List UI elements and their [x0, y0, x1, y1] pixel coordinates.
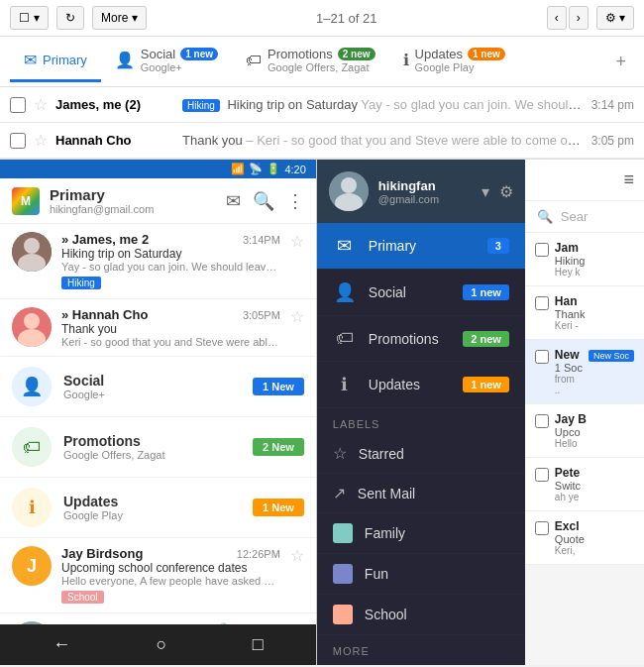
android-nav-bar: ← ○ □: [0, 624, 316, 665]
preview-content: New 1 Soc from ..: [555, 348, 583, 395]
navigation-drawer: hikingfan @gmail.com ▾ ⚙ ✉ Primary 3 👤 S…: [317, 160, 525, 665]
avatar: [12, 232, 52, 272]
social-category-icon: 👤: [12, 367, 52, 406]
phones-area: 📶 📡 🔋 4:20 M Primary hikingfan@gmail.com…: [0, 160, 644, 665]
drawer-label-starred[interactable]: ☆ Starred: [317, 434, 525, 474]
list-item[interactable]: ℹ Updates Google Play 1 New: [0, 478, 316, 538]
updates-sub: Google Play: [415, 61, 505, 73]
hamburger-menu-button[interactable]: ≡: [623, 169, 634, 190]
list-item[interactable]: Excl Quote Keri,: [525, 511, 644, 565]
label-color-dot: [333, 605, 353, 624]
list-item[interactable]: Pete Switc ah ye: [525, 458, 644, 511]
search-icon: 🔍: [537, 209, 553, 224]
star-icon[interactable]: ☆: [290, 307, 304, 326]
category-label: Updates Google Play: [63, 494, 241, 521]
list-item[interactable]: Han Thank Keri -: [525, 286, 644, 340]
email-content: » Hannah Cho 3:05PM Thank you Keri - so …: [61, 307, 280, 348]
list-item[interactable]: 🏷 Promotions Google Offers, Zagat 2 New: [0, 417, 316, 478]
back-button[interactable]: ←: [53, 634, 70, 655]
drawer-label-sent[interactable]: ↗ Sent Mail: [317, 474, 525, 513]
next-page-button[interactable]: ›: [569, 6, 589, 30]
list-item[interactable]: 👤 Social Google+ 1 New: [0, 357, 316, 417]
drawer-label-school[interactable]: School: [317, 595, 525, 635]
recents-button[interactable]: □: [253, 634, 264, 655]
social-new-badge: 1 New: [253, 378, 304, 395]
drawer-item-label: Promotions: [369, 331, 451, 347]
tab-primary[interactable]: ✉ Primary: [10, 41, 101, 82]
social-badge: 1 new: [180, 48, 218, 60]
table-row[interactable]: ☆ James, me (2) Hiking Hiking trip on Sa…: [0, 87, 644, 123]
social-icon: 👤: [115, 51, 135, 69]
preview-checkbox[interactable]: [535, 414, 549, 428]
svg-point-10: [341, 177, 357, 193]
tab-promotions[interactable]: 🏷 Promotions 2 new Google Offers, Zagat: [232, 37, 389, 86]
drawer-item-updates[interactable]: ℹ Updates 1 new: [317, 362, 525, 408]
drawer-item-promotions[interactable]: 🏷 Promotions 2 new: [317, 316, 525, 362]
list-item[interactable]: New 1 Soc from .. New Soc: [525, 340, 644, 404]
drawer-item-label: Updates: [369, 377, 451, 392]
refresh-button[interactable]: ↻: [56, 6, 84, 30]
promotions-new-badge: 2 New: [253, 438, 304, 456]
star-icon[interactable]: ☆: [290, 546, 304, 565]
preview-search-bar[interactable]: 🔍 Sear: [525, 201, 644, 233]
star-icon[interactable]: ☆: [290, 232, 304, 251]
list-item[interactable]: Jam Hiking Hey k: [525, 233, 644, 286]
tab-social[interactable]: 👤 Social 1 new Google+: [101, 37, 232, 86]
prev-page-button[interactable]: ‹: [547, 6, 567, 30]
more-icon[interactable]: ⋮: [286, 190, 304, 212]
compose-icon[interactable]: ✉: [226, 190, 241, 212]
tab-primary-label: Primary: [43, 53, 87, 67]
email-content: Jay Birdsong 12:26PM Upcoming school con…: [61, 546, 280, 605]
search-icon[interactable]: 🔍: [253, 190, 274, 212]
list-item[interactable]: J Jay Birdsong 12:26PM Upcoming school c…: [0, 538, 316, 613]
star-icon[interactable]: ☆: [34, 131, 48, 150]
tab-updates-label: Updates: [415, 47, 463, 61]
drawer-item-primary[interactable]: ✉ Primary 3: [317, 223, 525, 270]
settings-button[interactable]: ⚙ ▾: [596, 6, 634, 30]
promotions-category-icon: 🏷: [12, 427, 52, 467]
tab-updates[interactable]: ℹ Updates 1 new Google Play: [389, 37, 519, 86]
preview-checkbox[interactable]: [535, 468, 549, 482]
desktop-email-list: ☆ James, me (2) Hiking Hiking trip on Sa…: [0, 87, 644, 159]
list-item[interactable]: Jay B Upco Hello: [525, 404, 644, 458]
more-button[interactable]: More ▾: [92, 6, 147, 30]
phone-preview: Keri - so good that you and Steve were a…: [61, 336, 280, 348]
promotions-badge: 2 new: [338, 48, 376, 60]
drawer-label-family[interactable]: Family: [317, 513, 525, 554]
checkbox-icon: ☐: [19, 11, 30, 25]
drawer-label-important[interactable]: ▶ Important: [317, 661, 525, 665]
select-all-button[interactable]: ☐ ▾: [10, 6, 49, 30]
list-item[interactable]: » Hannah Cho 3:05PM Thank you Keri - so …: [0, 299, 316, 357]
social-icon: 👤: [333, 281, 357, 303]
star-icon[interactable]: ☆: [34, 95, 48, 114]
email-checkbox[interactable]: [10, 97, 26, 113]
preview-checkbox[interactable]: [535, 296, 549, 310]
list-item[interactable]: » James, me 2 3:14PM Hiking trip on Satu…: [0, 224, 316, 299]
phone-sender: » Hannah Cho: [61, 307, 148, 322]
table-row[interactable]: ☆ Hannah Cho Thank you – Keri - so good …: [0, 123, 644, 159]
email-checkbox[interactable]: [10, 133, 26, 149]
gmail-account-email: hikingfan@gmail.com: [50, 203, 216, 215]
svg-point-4: [24, 313, 40, 329]
drawer-item-social[interactable]: 👤 Social 1 new: [317, 270, 525, 316]
gmail-title-section: Primary hikingfan@gmail.com: [50, 186, 216, 215]
search-placeholder: Sear: [561, 209, 588, 224]
settings-icon[interactable]: ⚙: [499, 182, 513, 201]
school-tag: School: [61, 591, 104, 604]
drawer-label-fun[interactable]: Fun: [317, 554, 525, 595]
email-subject: Thank you – Keri - so good that you and …: [182, 133, 584, 148]
preview-checkbox[interactable]: [535, 350, 549, 364]
preview-checkbox[interactable]: [535, 243, 549, 257]
more-section-title: More: [317, 635, 525, 661]
preview-checkbox[interactable]: [535, 521, 549, 535]
email-content: » James, me 2 3:14PM Hiking trip on Satu…: [61, 232, 280, 290]
updates-icon: ℹ: [403, 51, 409, 69]
add-tab-button[interactable]: +: [607, 44, 634, 80]
preview-email-list: Jam Hiking Hey k Han Thank Keri -: [525, 233, 644, 565]
dropdown-icon[interactable]: ▾: [482, 182, 489, 201]
drawer-email: @gmail.com: [378, 193, 472, 205]
home-button[interactable]: ○: [157, 634, 167, 655]
tab-promotions-label: Promotions: [268, 47, 333, 61]
phone-preview: Hello everyone, A few people have asked …: [61, 575, 280, 587]
updates-badge: 1 new: [463, 377, 509, 392]
